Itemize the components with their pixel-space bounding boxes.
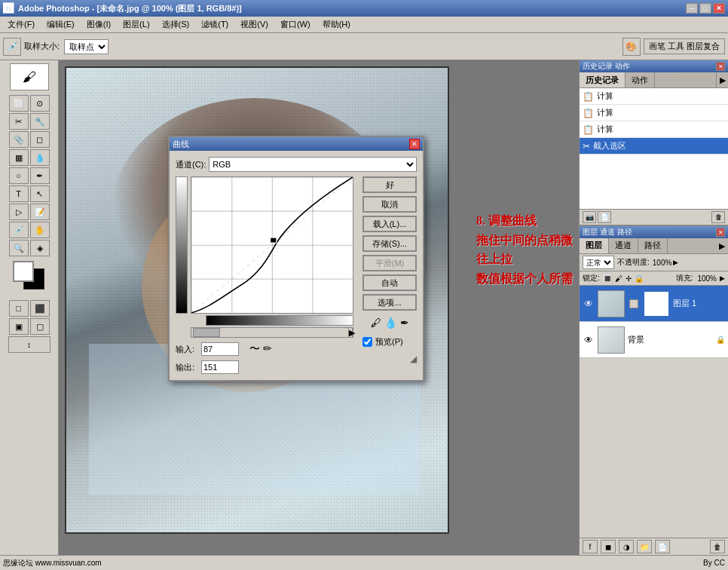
foreground-color[interactable] — [13, 261, 34, 282]
layers-tab[interactable]: 图层 — [580, 238, 609, 253]
menu-select[interactable]: 选择(S) — [156, 17, 196, 32]
jump-to-imageready[interactable]: ↕ — [8, 336, 50, 353]
pen-tool[interactable]: ✒ — [30, 167, 50, 184]
output-value[interactable] — [201, 360, 239, 374]
white-eyedropper[interactable]: ✒ — [400, 317, 409, 329]
screen-mode-full[interactable]: ▢ — [30, 318, 50, 335]
curve-smooth-icon[interactable]: 〜 — [249, 342, 260, 356]
patch-tool[interactable]: 🔧 — [30, 113, 50, 130]
input-value[interactable] — [201, 342, 239, 356]
layer-item-1[interactable]: 👁 图层 1 — [580, 286, 728, 322]
menu-image[interactable]: 图像(I) — [81, 17, 117, 32]
opacity-arrow[interactable]: ▶ — [673, 259, 678, 266]
history-tab[interactable]: 历史记录 — [580, 72, 626, 87]
history-item[interactable]: 📋 计算 — [580, 121, 728, 138]
new-layer-btn[interactable]: 📄 — [655, 540, 670, 553]
gray-eyedropper[interactable]: 💧 — [384, 317, 397, 329]
layers-panel-close[interactable]: ✕ — [716, 228, 725, 237]
marquee-tool[interactable]: ⬜ — [9, 95, 29, 112]
eyedropper-tool[interactable]: 💉 — [3, 38, 21, 56]
minimize-button[interactable]: ─ — [686, 3, 698, 14]
menu-layer[interactable]: 图层(L) — [117, 17, 155, 32]
menu-filter[interactable]: 滤镜(T) — [195, 17, 234, 32]
layers-panel: 图层 通道 路径 ✕ 图层 通道 路径 ▶ 正常 不透明度: 100% ▶ — [580, 226, 728, 555]
clone-tool[interactable]: 📎 — [9, 131, 29, 148]
options-button[interactable]: 选项... — [362, 294, 417, 311]
gradient-tool[interactable]: ▦ — [9, 149, 29, 166]
ok-button[interactable]: 好 — [362, 176, 417, 193]
quick-mask-off[interactable]: □ — [9, 300, 29, 317]
save-button[interactable]: 存储(S)... — [362, 235, 417, 252]
curve-pencil-icon[interactable]: ✏ — [263, 342, 272, 356]
layer-group-btn[interactable]: 📁 — [637, 540, 652, 553]
menu-help[interactable]: 帮助(H) — [317, 17, 356, 32]
layer-1-visibility[interactable]: 👁 — [583, 298, 595, 310]
layer-mask-btn[interactable]: ◼ — [601, 540, 616, 553]
maximize-button[interactable]: □ — [699, 3, 711, 14]
lock-move-icon[interactable]: ✛ — [626, 274, 632, 283]
history-panel: 历史记录 动作 ✕ 历史记录 动作 ▶ 📋 计算 📋 计算 📋 — [580, 60, 728, 226]
eyedropper-tool2[interactable]: 💉 — [9, 222, 29, 238]
preview-checkbox[interactable] — [362, 337, 372, 347]
lock-all-icon[interactable]: 🔒 — [635, 274, 644, 283]
quick-mask-on[interactable]: ⬛ — [30, 300, 50, 317]
paths-tab[interactable]: 路径 — [638, 238, 668, 253]
smooth-button[interactable]: 平滑(M) — [362, 255, 417, 271]
crop-tool[interactable]: ✂ — [9, 113, 29, 130]
dodge-tool[interactable]: ○ — [9, 167, 29, 184]
layer-style-btn[interactable]: f — [583, 540, 598, 553]
text-tool[interactable]: T — [9, 185, 29, 202]
hand-tool[interactable]: ✋ — [30, 222, 50, 238]
delete-layer-btn[interactable]: 🗑 — [710, 540, 725, 553]
curves-graph[interactable] — [191, 176, 353, 314]
extra-tool[interactable]: ◈ — [30, 240, 50, 256]
layer-item-bg[interactable]: 👁 背景 🔒 — [580, 322, 728, 358]
history-item[interactable]: 📋 计算 — [580, 88, 728, 105]
blend-mode-select[interactable]: 正常 — [583, 256, 614, 269]
history-panel-close[interactable]: ✕ — [716, 62, 725, 71]
right-panel-toggle[interactable]: 画笔 工具 图层复合 — [644, 38, 725, 54]
blur-tool[interactable]: 💧 — [30, 149, 50, 166]
delete-state-btn[interactable]: 🗑 — [711, 211, 725, 223]
zoom-tool[interactable]: 🔍 — [9, 240, 29, 256]
menu-window[interactable]: 窗口(W) — [274, 17, 317, 32]
shape-tool[interactable]: ▷ — [9, 204, 29, 220]
new-state-btn[interactable]: 📄 — [598, 211, 611, 223]
auto-button[interactable]: 自动 — [362, 274, 417, 291]
notes-tool[interactable]: 📝 — [30, 204, 50, 220]
load-button[interactable]: 载入(L)... — [362, 216, 417, 232]
curves-scrollbar[interactable]: ▶ — [191, 327, 353, 338]
curves-close-button[interactable]: ✕ — [409, 139, 420, 149]
fill-arrow[interactable]: ▶ — [720, 274, 725, 282]
actions-tab[interactable]: 动作 — [626, 72, 655, 87]
screen-mode-standard[interactable]: ▣ — [9, 318, 29, 335]
lock-image-icon[interactable]: 🖌 — [615, 274, 622, 283]
lasso-tool[interactable]: ⊙ — [30, 95, 50, 112]
history-item[interactable]: 📋 计算 — [580, 105, 728, 121]
status-left: 思缘论坛 www.missvuan.com — [3, 558, 102, 568]
menu-file[interactable]: 文件(F) — [2, 17, 41, 32]
scroll-arrow-right[interactable]: ▶ — [348, 327, 353, 338]
black-eyedropper[interactable]: 🖋 — [371, 317, 381, 329]
panel-menu-btn[interactable]: ▶ — [716, 72, 728, 87]
scroll-thumb[interactable] — [193, 328, 220, 337]
history-panel-titlebar: 历史记录 动作 ✕ — [580, 60, 728, 72]
channels-tab[interactable]: 通道 — [609, 238, 638, 253]
layer-bg-visibility[interactable]: 👁 — [583, 334, 595, 346]
layers-menu-btn[interactable]: ▶ — [716, 238, 728, 253]
history-item-selected[interactable]: ✂ 截入选区 — [580, 138, 728, 155]
cancel-button[interactable]: 取消 — [362, 196, 417, 213]
layer-adjustment-btn[interactable]: ◑ — [619, 540, 634, 553]
eraser-tool[interactable]: ◻ — [30, 131, 50, 148]
titlebar: 🅰 Adobe Photoshop - [未命名.jpg @ 100% (图层 … — [0, 0, 728, 17]
lock-transparent-icon[interactable]: 🔳 — [603, 274, 612, 283]
select-path-tool[interactable]: ↖ — [30, 185, 50, 202]
channel-select[interactable]: RGB 红 绿 蓝 — [209, 157, 417, 172]
sample-size-select[interactable]: 取样点 — [64, 39, 109, 54]
menu-view[interactable]: 视图(V) — [234, 17, 274, 32]
menu-edit[interactable]: 编辑(E) — [41, 17, 81, 32]
curves-gradient — [176, 176, 188, 314]
new-snapshot-btn[interactable]: 📷 — [583, 211, 596, 223]
palette-icon[interactable]: 🎨 — [622, 38, 641, 56]
close-button[interactable]: ✕ — [713, 3, 725, 14]
